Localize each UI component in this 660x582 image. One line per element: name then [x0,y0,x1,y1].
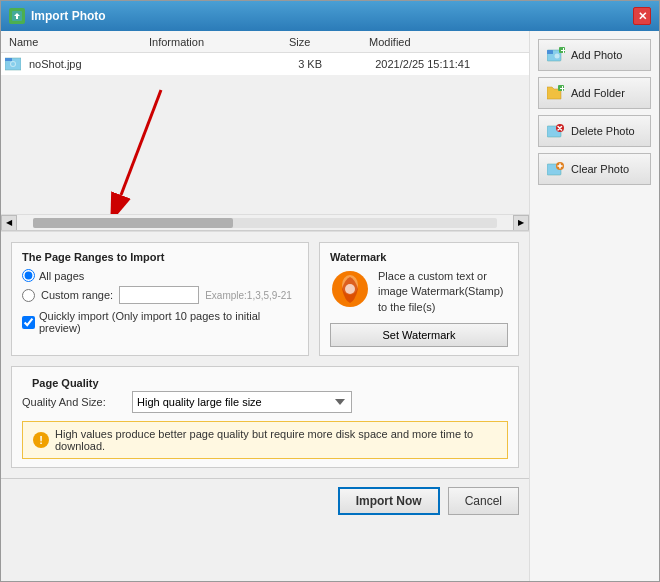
col-modified-header: Modified [365,36,525,48]
window-title: Import Photo [31,9,106,23]
set-watermark-button[interactable]: Set Watermark [330,323,508,347]
import-now-button[interactable]: Import Now [338,487,440,515]
scroll-right-btn[interactable]: ▶ [513,215,529,231]
info-text: High values produce better page quality … [55,428,497,452]
quality-label: Quality And Size: [22,396,122,408]
clear-photo-label: Clear Photo [571,163,629,175]
file-list-container: Name Information Size Modified noShot.jp… [1,31,529,231]
quickly-import-row: Quickly import (Only import 10 pages to … [22,310,298,334]
file-list-header: Name Information Size Modified [1,31,529,53]
custom-range-input[interactable] [119,286,199,304]
all-pages-row: All pages [22,269,298,282]
content-area: Name Information Size Modified noShot.jp… [1,31,659,581]
all-pages-label: All pages [39,270,84,282]
col-name-header: Name [5,36,145,48]
table-row[interactable]: noShot.jpg 3 KB 2021/2/25 15:11:41 [1,53,529,75]
horizontal-scrollbar[interactable]: ◀ ▶ [1,214,529,230]
sidebar: Add Photo Add Folder Delete Photo [529,31,659,581]
quickly-import-checkbox[interactable] [22,316,35,329]
add-photo-icon [547,47,565,63]
delete-photo-button[interactable]: Delete Photo [538,115,651,147]
add-folder-icon [547,85,565,101]
watermark-icon [330,269,370,309]
main-area: Name Information Size Modified noShot.jp… [1,31,529,581]
page-quality-section: Page Quality Quality And Size: High qual… [11,366,519,468]
footer: Import Now Cancel [1,478,529,523]
clear-photo-icon [547,161,565,177]
window-icon [9,8,25,24]
svg-rect-2 [5,58,12,61]
file-size: 3 KB [294,58,371,70]
watermark-inner: Place a custom text or image Watermark(S… [330,269,508,315]
bottom-panels: The Page Ranges to Import All pages Cust… [1,231,529,366]
svg-line-6 [121,90,161,195]
custom-range-row: Custom range: Example:1,3,5,9-21 [22,286,298,304]
file-icon [5,57,21,71]
quickly-import-label: Quickly import (Only import 10 pages to … [39,310,298,334]
title-bar-left: Import Photo [9,8,106,24]
add-photo-button[interactable]: Add Photo [538,39,651,71]
delete-photo-label: Delete Photo [571,125,635,137]
cancel-button[interactable]: Cancel [448,487,519,515]
add-folder-button[interactable]: Add Folder [538,77,651,109]
add-photo-label: Add Photo [571,49,622,61]
scroll-left-btn[interactable]: ◀ [1,215,17,231]
svg-point-12 [555,54,560,59]
all-pages-radio[interactable] [22,269,35,282]
col-info-header: Information [145,36,285,48]
svg-point-4 [11,62,15,66]
title-bar: Import Photo ✕ [1,1,659,31]
file-modified: 2021/2/25 15:11:41 [371,58,525,70]
col-size-header: Size [285,36,365,48]
example-text: Example:1,3,5,9-21 [205,290,292,301]
delete-photo-icon [547,123,565,139]
scroll-thumb[interactable] [33,218,233,228]
main-window: Import Photo ✕ Name Information Size Mod… [0,0,660,582]
close-button[interactable]: ✕ [633,7,651,25]
file-list-body[interactable]: noShot.jpg 3 KB 2021/2/25 15:11:41 [1,53,529,214]
info-bar: ! High values produce better page qualit… [22,421,508,459]
watermark-title: Watermark [330,251,508,263]
svg-rect-11 [547,50,553,54]
page-ranges-title: The Page Ranges to Import [22,251,298,263]
page-ranges-panel: The Page Ranges to Import All pages Cust… [11,242,309,356]
clear-photo-button[interactable]: Clear Photo [538,153,651,185]
watermark-description: Place a custom text or image Watermark(S… [378,269,508,315]
svg-point-9 [345,284,355,294]
watermark-panel: Watermark Place a custom text or image W… [319,242,519,356]
custom-range-label: Custom range: [41,289,113,301]
warning-icon: ! [33,432,49,448]
scroll-track[interactable] [33,218,497,228]
quality-row: Quality And Size: High quality large fil… [22,391,508,413]
custom-range-radio[interactable] [22,289,35,302]
add-folder-label: Add Folder [571,87,625,99]
red-arrow-icon [101,85,181,214]
file-name: noShot.jpg [25,58,160,70]
quality-select[interactable]: High quality large file size Medium qual… [132,391,352,413]
page-quality-title: Page Quality [22,375,508,391]
